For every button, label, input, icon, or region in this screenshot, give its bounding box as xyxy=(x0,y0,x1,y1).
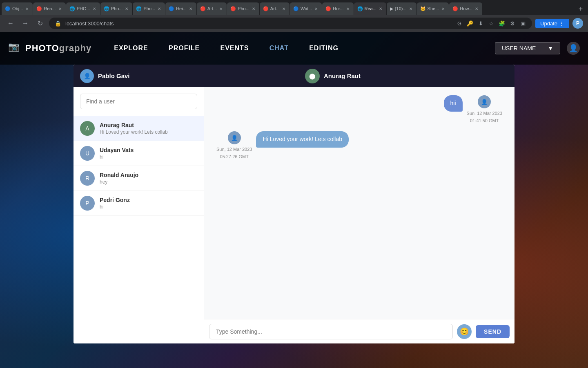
user-name-dropdown[interactable]: USER NAME ▼ xyxy=(495,42,560,54)
user-avatar-nav[interactable]: 👤 xyxy=(567,42,580,55)
refresh-button[interactable]: ↻ xyxy=(34,18,46,29)
sidebar-icon: ▣ xyxy=(519,19,527,27)
message-bubble-1: Hi Loved your work! Lets collab xyxy=(256,131,349,148)
app-container: 📷 PHOTOgraphy EXPLOREPROFILEEVENTSCHATED… xyxy=(0,32,588,368)
message-time2-0: 01:41:50 GMT xyxy=(470,118,499,123)
emoji-button[interactable]: 😊 xyxy=(457,324,472,339)
current-user-name: Pablo Gavi xyxy=(98,72,130,79)
forward-button[interactable]: → xyxy=(20,18,31,29)
download-icon: ⬇ xyxy=(477,19,485,27)
nav-item-editing[interactable]: EDITING xyxy=(306,43,342,54)
contacts-container: A Anurag Raut Hi Loved your work! Lets c… xyxy=(74,116,204,216)
message-time-0: Sun, 12 Mar 2023 xyxy=(467,111,502,116)
contact-preview-2: hey xyxy=(100,179,197,185)
message-time2-1: 05:27:26 GMT xyxy=(220,154,249,159)
star-icon[interactable]: ☆ xyxy=(487,19,495,27)
logo: 📷 PHOTOgraphy xyxy=(8,42,91,55)
contact-name-2: Ronald Araujo xyxy=(100,172,197,178)
key-icon: 🔑 xyxy=(466,19,474,27)
browser-tab-8[interactable]: 🔴Art...✕ xyxy=(260,2,290,15)
browser-tab-10[interactable]: 🔴Hor...✕ xyxy=(322,2,353,15)
browser-tab-6[interactable]: 🔴Art...✕ xyxy=(197,2,227,15)
camera-icon: 📷 xyxy=(8,42,21,55)
url-text: localhost:3000/chats xyxy=(65,20,114,27)
avatar-icon: 👤 xyxy=(84,73,91,79)
nav-right: USER NAME ▼ 👤 xyxy=(495,42,580,55)
browser-tab-12[interactable]: ▶(10)...✕ xyxy=(387,2,416,15)
chat-body: A Anurag Raut Hi Loved your work! Lets c… xyxy=(74,87,514,343)
message-avatar-0: 👤 xyxy=(478,95,491,108)
browser-tab-4[interactable]: 🌐Pho...✕ xyxy=(133,2,165,15)
lock-icon: 🔒 xyxy=(54,19,62,27)
chat-header-center: ⬤ Anurag Raut xyxy=(158,69,508,83)
chat-header-left: 👤 Pablo Gavi xyxy=(80,69,154,83)
search-box xyxy=(74,87,204,116)
nav-item-events[interactable]: EVENTS xyxy=(217,43,252,54)
input-area: 😊 SEND xyxy=(204,319,514,343)
chat-header: 👤 Pablo Gavi ⬤ Anurag Raut xyxy=(74,65,514,87)
contact-item-2[interactable]: R Ronald Araujo hey xyxy=(74,166,204,191)
contact-info-2: Ronald Araujo hey xyxy=(100,172,197,185)
active-avatar-icon: ⬤ xyxy=(309,73,316,79)
browser-tab-13[interactable]: 🐱She...✕ xyxy=(417,2,449,15)
messages-area: hii 👤 Sun, 12 Mar 2023 01:41:50 GMT 👤 Su… xyxy=(204,87,514,343)
navbar: 📷 PHOTOgraphy EXPLOREPROFILEEVENTSCHATED… xyxy=(0,32,588,65)
contact-info-3: Pedri Gonz hi xyxy=(100,197,197,210)
browser-tab-5[interactable]: 🔵Hei...✕ xyxy=(165,2,196,15)
message-time-1: Sun, 12 Mar 2023 xyxy=(216,147,252,152)
contact-avatar-0: A xyxy=(80,121,95,136)
browser-tab-1[interactable]: 🔴Rea...✕ xyxy=(33,2,65,15)
address-bar: ← → ↻ 🔒 localhost:3000/chats G 🔑 ⬇ ☆ 🧩 ⚙… xyxy=(0,15,588,32)
profile-button[interactable]: P xyxy=(572,18,583,29)
contact-preview-3: hi xyxy=(100,204,197,210)
contact-name-3: Pedri Gonz xyxy=(100,197,197,203)
contact-item-3[interactable]: P Pedri Gonz hi xyxy=(74,191,204,216)
contacts-list: A Anurag Raut Hi Loved your work! Lets c… xyxy=(74,87,204,343)
active-contact-avatar: ⬤ xyxy=(305,69,320,83)
browser-tab-2[interactable]: 🌐PHO...✕ xyxy=(66,2,100,15)
browser-tab-14[interactable]: 🔴How...✕ xyxy=(449,2,482,15)
update-button[interactable]: Update ⋮ xyxy=(535,19,569,28)
contact-info-0: Anurag Raut Hi Loved your work! Lets col… xyxy=(100,122,197,135)
nav-items: EXPLOREPROFILEEVENTSCHATEDITING xyxy=(104,43,349,54)
contact-name-0: Anurag Raut xyxy=(100,122,197,128)
message-avatar-1: 👤 xyxy=(228,131,241,144)
contact-name-1: Udayan Vats xyxy=(100,147,197,153)
message-input[interactable] xyxy=(209,324,453,339)
logo-text: PHOTOgraphy xyxy=(25,43,91,54)
back-button[interactable]: ← xyxy=(5,18,16,29)
message-row-1: 👤 Sun, 12 Mar 2023 05:27:26 GMT Hi Loved… xyxy=(212,131,506,159)
message-row-0: hii 👤 Sun, 12 Mar 2023 01:41:50 GMT xyxy=(212,95,506,123)
browser-tab-0[interactable]: 🔵Obj...✕ xyxy=(2,2,33,15)
browser-tab-9[interactable]: 🔵Wid...✕ xyxy=(290,2,322,15)
contact-item-1[interactable]: U Udayan Vats hi xyxy=(74,141,204,166)
browser-chrome: 🔵Obj...✕🔴Rea...✕🌐PHO...✕🌐Pho...✕🌐Pho...✕… xyxy=(0,0,588,32)
nav-item-explore[interactable]: EXPLORE xyxy=(111,43,151,54)
puzzle-icon: 🧩 xyxy=(498,19,506,27)
messages-scroll[interactable]: hii 👤 Sun, 12 Mar 2023 01:41:50 GMT 👤 Su… xyxy=(204,87,514,319)
contact-avatar-1: U xyxy=(80,146,95,161)
send-button[interactable]: SEND xyxy=(476,325,510,338)
nav-item-profile[interactable]: PROFILE xyxy=(165,43,203,54)
message-bubble-0: hii xyxy=(444,95,463,112)
active-contact-name: Anurag Raut xyxy=(324,72,361,79)
extension-icon: ⚙ xyxy=(508,19,517,27)
contact-preview-0: Hi Loved your work! Lets collab xyxy=(100,129,197,135)
contact-preview-1: hi xyxy=(100,154,197,160)
nav-item-chat[interactable]: CHAT xyxy=(266,43,292,54)
url-bar[interactable]: 🔒 localhost:3000/chats G 🔑 ⬇ ☆ 🧩 ⚙ ▣ xyxy=(49,18,532,29)
contact-info-1: Udayan Vats hi xyxy=(100,147,197,160)
browser-tab-7[interactable]: 🔴Pho...✕ xyxy=(227,2,259,15)
dropdown-icon: ▼ xyxy=(548,45,553,52)
contact-avatar-2: R xyxy=(80,171,95,186)
browser-tab-11[interactable]: 🌐Rea...✕ xyxy=(354,2,386,15)
tab-bar: 🔵Obj...✕🔴Rea...✕🌐PHO...✕🌐Pho...✕🌐Pho...✕… xyxy=(0,0,588,15)
search-input[interactable] xyxy=(80,94,197,109)
browser-tab-3[interactable]: 🌐Pho...✕ xyxy=(100,2,133,15)
new-tab-button[interactable]: + xyxy=(575,3,586,15)
chat-panel: 👤 Pablo Gavi ⬤ Anurag Raut A xyxy=(74,65,514,343)
google-icon: G xyxy=(455,19,463,27)
contact-item-0[interactable]: A Anurag Raut Hi Loved your work! Lets c… xyxy=(74,116,204,141)
current-user-avatar: 👤 xyxy=(80,69,94,83)
contact-avatar-3: P xyxy=(80,196,95,211)
